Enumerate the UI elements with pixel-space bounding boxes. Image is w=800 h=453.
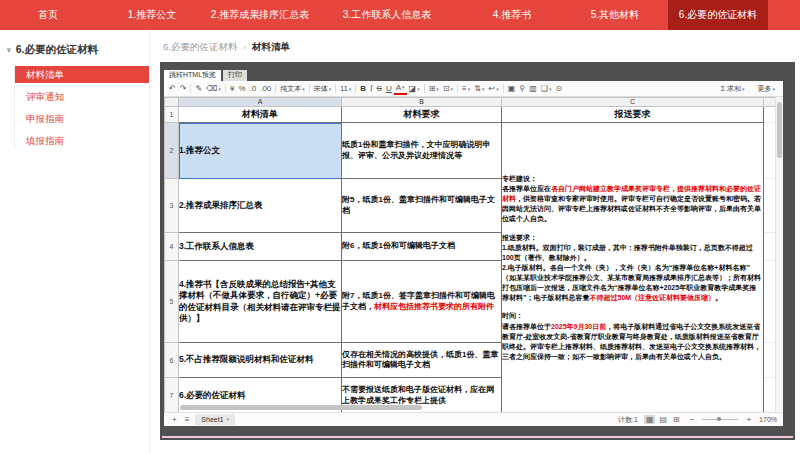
nav-tab-4[interactable]: 3.工作联系人信息表 [312, 0, 462, 30]
row-number-2[interactable]: 2 [165, 123, 179, 179]
zoom-slider-handle[interactable] [717, 417, 721, 421]
sidebar-section-title[interactable]: ∨ 6.必要的佐证材料 [0, 30, 149, 66]
view-switcher: ▦▤⊞ [644, 415, 682, 424]
header-cell-1[interactable]: 材料清单 [179, 107, 342, 123]
spreadsheet-viewer: 跳转HTML预览打印 ↶↷✎⌫▾¥%.0.00纯文本▾宋体▾11▾BISUA▾◪… [160, 62, 795, 440]
nav-tab-6[interactable]: 5.其他材料 [562, 0, 668, 30]
breadcrumb-current: 材料清单 [252, 41, 290, 54]
insert-link-button[interactable]: ⚲ [517, 82, 527, 96]
cell-B5[interactable]: 附7，纸质1份、签字盖章扫描件和可编辑电子文档，材料应包括推荐书要求的所有附件 [342, 261, 502, 343]
sheet-row-1: 1材料清单材料要求报送要求 [165, 107, 776, 123]
zoom-in-button[interactable]: + [744, 415, 753, 424]
sidebar-item-3[interactable]: 申报指南 [15, 110, 149, 127]
horizontal-align-button[interactable]: ≡▾ [460, 82, 472, 96]
row-number-3[interactable]: 3 [165, 179, 179, 233]
vertical-align-button[interactable]: ⇅▾ [472, 82, 486, 96]
comment-button[interactable]: ❏▾ [539, 82, 554, 96]
insert-image-button[interactable]: ▣ [506, 82, 518, 96]
cell-C2-merged[interactable]: 专栏建设：各推荐单位应在各自门户网站建立教学成果奖评审专栏，提供推荐材料和必要的… [502, 123, 764, 413]
empty-cell[interactable] [764, 107, 776, 123]
vertical-scrollbar[interactable] [775, 97, 783, 412]
dropdown-caret-icon: ▾ [349, 82, 352, 96]
empty-cell[interactable] [764, 261, 776, 343]
empty-cell[interactable] [764, 378, 776, 413]
horizontal-scrollbar-thumb[interactable] [180, 405, 422, 410]
sheet-tab-caret-icon[interactable]: ▾ [227, 414, 230, 425]
format-painter-icon[interactable]: ✎ [193, 82, 204, 96]
header-cell-3[interactable]: 报送要求 [502, 107, 764, 123]
toolbar-separator [225, 84, 226, 93]
row-number-1[interactable]: 1 [165, 107, 179, 123]
nav-tab-5[interactable]: 4.推荐书 [462, 0, 562, 30]
decrease-decimal-icon[interactable]: .0 [248, 82, 259, 96]
nav-tab-1[interactable]: 首页 [0, 0, 96, 30]
col-header-A[interactable]: A [179, 98, 342, 107]
col-header-C[interactable]: C [502, 98, 764, 107]
merge-cells-button[interactable]: ⊡▾ [441, 82, 455, 96]
cell-B6[interactable]: 仅存在相关情况的高校提供，纸质1份、盖章扫描件和可编辑电子文档 [342, 343, 502, 378]
sheet-menu-button[interactable]: ≡ [183, 415, 192, 424]
header-cell-2[interactable]: 材料要求 [342, 107, 502, 123]
number-format-dropdown[interactable]: 纯文本▾ [278, 82, 307, 96]
page-break-view-icon[interactable]: ⊞ [671, 415, 682, 424]
currency-format-icon[interactable]: ¥ [228, 82, 236, 96]
row-number-7[interactable]: 7 [165, 378, 179, 413]
nav-tab-2[interactable]: 1.推荐公文 [96, 0, 208, 30]
sheet-tab[interactable]: Sheet1 ▾ [195, 414, 235, 425]
empty-cell[interactable] [764, 123, 776, 179]
vertical-scrollbar-thumb[interactable] [777, 102, 782, 158]
zoom-out-button[interactable]: − [688, 415, 697, 424]
breadcrumb-parent[interactable]: 6.必要的佐证材料 [163, 41, 237, 54]
cell-B3[interactable]: 附5，纸质1份、盖章扫描件和可编辑电子文档 [342, 179, 502, 233]
clear-format-icon[interactable]: ⌫▾ [204, 82, 223, 96]
normal-view-icon[interactable]: ▦ [644, 415, 656, 424]
row-number-4[interactable]: 4 [165, 233, 179, 261]
redo-icon[interactable]: ↷ [178, 82, 189, 96]
sidebar-item-1[interactable]: 材料清单 [15, 66, 149, 83]
corner-cell[interactable] [165, 98, 179, 107]
freeze-button[interactable]: ⊙ [553, 82, 564, 96]
text-wrap-button[interactable]: ↩▾ [487, 82, 501, 96]
font-family-dropdown[interactable]: 宋体▾ [312, 82, 334, 96]
cell-text-segment: 材料应包括推荐书要求的所有附件 [374, 302, 494, 311]
more-dropdown[interactable]: 更多▾ [755, 82, 777, 96]
bold-button[interactable]: B [358, 82, 368, 96]
percent-format-icon[interactable]: % [236, 82, 247, 96]
fill-color-button[interactable]: ◪▾ [407, 82, 422, 96]
cell-A4[interactable]: 3.工作联系人信息表 [179, 233, 342, 261]
increase-decimal-icon[interactable]: .00 [258, 82, 273, 96]
sidebar: ∨ 6.必要的佐证材料 材料清单评审通知申报指南填报指南 [0, 30, 150, 453]
empty-cell[interactable] [764, 233, 776, 261]
cell-A5[interactable]: 4.推荐书【含反映成果的总结报告+其他支撑材料（不做具体要求，自行确定）+必要的… [179, 261, 342, 343]
insert-chart-button[interactable]: ▥ [527, 82, 539, 96]
top-nav: 首页1.推荐公文2.推荐成果排序汇总表3.工作联系人信息表4.推荐书5.其他材料… [0, 0, 800, 30]
font-color-button[interactable]: A▾ [394, 82, 407, 95]
strikethrough-button[interactable]: S [375, 82, 384, 96]
font-size-dropdown[interactable]: 11▾ [338, 82, 353, 96]
cell-B4[interactable]: 附6，纸质1份和可编辑电子文档 [342, 233, 502, 261]
cell-A2[interactable]: 1.推荐公文 [179, 123, 342, 179]
zoom-slider[interactable] [702, 419, 738, 420]
empty-cell[interactable] [764, 343, 776, 378]
italic-button[interactable]: I [368, 82, 375, 96]
empty-cell[interactable] [764, 179, 776, 233]
viewer-tab-1[interactable]: 跳转HTML预览 [164, 70, 221, 81]
sidebar-item-4[interactable]: 填报指南 [15, 132, 149, 149]
cell-B2[interactable]: 纸质1份和盖章扫描件，文中应明确说明申报、评审、公示及异议处理情况等 [342, 123, 502, 179]
cell-A3[interactable]: 2.推荐成果排序汇总表 [179, 179, 342, 233]
add-sheet-button[interactable]: + [170, 415, 179, 424]
sum-dropdown[interactable]: Σ 求和▾ [719, 82, 747, 96]
underline-button[interactable]: U [384, 82, 394, 96]
borders-button[interactable]: ⊞▾ [427, 82, 441, 96]
sidebar-item-2[interactable]: 评审通知 [15, 88, 149, 105]
cell-A6[interactable]: 5.不占推荐限额说明材料和佐证材料 [179, 343, 342, 378]
row-number-5[interactable]: 5 [165, 261, 179, 343]
row-number-6[interactable]: 6 [165, 343, 179, 378]
cell-text-segment: 2025年9月30日前 [551, 323, 606, 330]
nav-tab-3[interactable]: 2.推荐成果排序汇总表 [208, 0, 312, 30]
undo-icon[interactable]: ↶ [167, 82, 178, 96]
page-view-icon[interactable]: ▤ [657, 415, 669, 424]
nav-tab-7[interactable]: 6.必要的佐证材料 [668, 0, 768, 30]
viewer-tab-2[interactable]: 打印 [223, 70, 247, 81]
col-header-B[interactable]: B [342, 98, 502, 107]
